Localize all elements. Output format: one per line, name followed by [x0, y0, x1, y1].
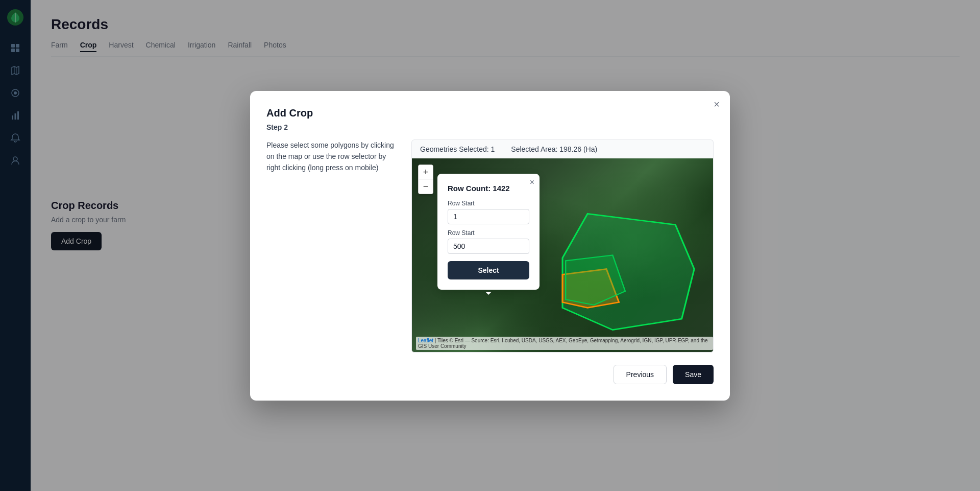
- map-header: Geometries Selected: 1 Selected Area: 19…: [411, 139, 714, 158]
- modal-description: Please select some polygons by clicking …: [266, 139, 399, 174]
- leaflet-link[interactable]: Leaflet: [418, 338, 433, 343]
- modal-footer: Previous Save: [266, 365, 714, 384]
- selected-area-label: Selected Area: 198.26 (Ha): [511, 145, 597, 153]
- modal-dialog: × Add Crop Step 2 Please select some pol…: [250, 91, 730, 401]
- map-attribution: Leaflet | Tiles © Esri — Source: Esri, i…: [416, 337, 713, 350]
- modal-body: Please select some polygons by clicking …: [266, 139, 714, 353]
- modal-step: Step 2: [266, 123, 714, 131]
- map-zoom-controls: + −: [418, 165, 433, 194]
- modal-right-panel: Geometries Selected: 1 Selected Area: 19…: [411, 139, 714, 353]
- row-start-label-2: Row Start: [448, 229, 529, 237]
- zoom-in-button[interactable]: +: [419, 165, 433, 179]
- row-start-input[interactable]: [448, 209, 529, 224]
- row-selector-popup: × Row Count: 1422 Row Start Row Start Se…: [437, 174, 540, 290]
- popup-select-button[interactable]: Select: [448, 261, 529, 279]
- previous-button[interactable]: Previous: [614, 365, 667, 384]
- row-end-input[interactable]: [448, 239, 529, 254]
- save-button[interactable]: Save: [673, 365, 714, 384]
- geometries-selected-label: Geometries Selected: 1: [420, 145, 495, 153]
- popup-row-count: Row Count: 1422: [448, 184, 529, 193]
- zoom-out-button[interactable]: −: [419, 179, 433, 194]
- modal-close-button[interactable]: ×: [714, 99, 720, 109]
- attribution-text: | Tiles © Esri — Source: Esri, i-cubed, …: [418, 338, 708, 349]
- modal-title: Add Crop: [266, 107, 714, 119]
- popup-close-button[interactable]: ×: [530, 178, 534, 187]
- map-container[interactable]: + − × Row Count: 1422 Row Start Row Star…: [411, 158, 714, 353]
- row-start-label-1: Row Start: [448, 200, 529, 207]
- modal-overlay: × Add Crop Step 2 Please select some pol…: [0, 0, 980, 491]
- modal-left-panel: Please select some polygons by clicking …: [266, 139, 399, 353]
